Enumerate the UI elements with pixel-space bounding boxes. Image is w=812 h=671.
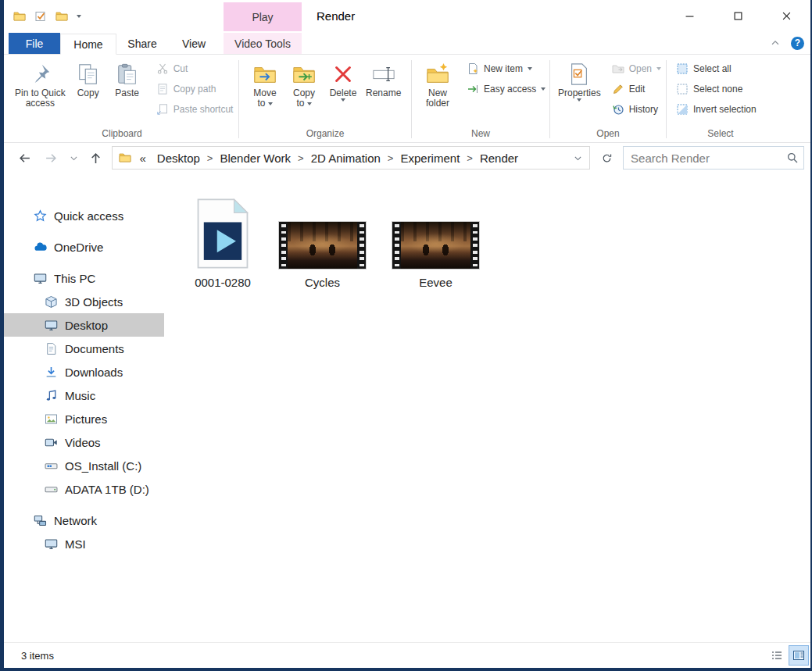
clipboard-buttons: Pin to Quick access Copy Paste Cut bbox=[5, 56, 238, 127]
edit-label: Edit bbox=[629, 84, 646, 95]
search-input[interactable] bbox=[631, 152, 786, 165]
recent-locations-button[interactable] bbox=[67, 148, 80, 168]
history-label: History bbox=[629, 104, 658, 115]
sidebar-item-msi[interactable]: MSI bbox=[4, 532, 164, 555]
sidebar-item-documents[interactable]: Documents bbox=[4, 337, 164, 360]
tab-strip-extras: ? bbox=[770, 32, 804, 54]
details-view-button[interactable] bbox=[767, 645, 787, 666]
sidebar-item-os-install-c[interactable]: OS_Install (C:) bbox=[4, 454, 164, 477]
pin-to-quick-access-button[interactable]: Pin to Quick access bbox=[12, 59, 69, 110]
delete-label: Delete bbox=[330, 88, 357, 98]
delete-icon bbox=[331, 62, 355, 86]
forward-button[interactable] bbox=[41, 148, 62, 168]
sidebar-item-desktop[interactable]: Desktop bbox=[4, 313, 164, 337]
new-folder-icon bbox=[426, 62, 449, 86]
rename-label: Rename bbox=[366, 88, 401, 98]
select-small-buttons: Select all Select none Invert selection bbox=[673, 59, 760, 120]
open-button[interactable]: Open bbox=[609, 59, 664, 79]
tab-home[interactable]: Home bbox=[60, 34, 116, 55]
new-item-button[interactable]: New item bbox=[463, 59, 549, 79]
select-group-label: Select bbox=[667, 127, 774, 142]
search-box bbox=[623, 146, 804, 170]
qat-new-folder-icon[interactable] bbox=[55, 10, 68, 23]
search-icon[interactable] bbox=[786, 152, 799, 164]
select-all-button[interactable]: Select all bbox=[673, 59, 760, 79]
copy-button[interactable]: Copy bbox=[69, 59, 108, 100]
tab-share[interactable]: Share bbox=[116, 33, 168, 54]
dropdown-arrow-icon bbox=[656, 67, 661, 70]
close-button[interactable] bbox=[762, 0, 810, 32]
paste-shortcut-button[interactable]: Paste shortcut bbox=[153, 99, 237, 120]
sidebar-item-quick-access[interactable]: Quick access bbox=[4, 204, 164, 227]
rename-button[interactable]: Rename bbox=[363, 59, 404, 100]
breadcrumb-bar[interactable]: « Desktop > Blender Work > 2D Animation … bbox=[112, 146, 590, 170]
sidebar-item-label: Downloads bbox=[65, 366, 123, 379]
sidebar-item-music[interactable]: Music bbox=[4, 384, 164, 407]
breadcrumb-item-blender-work[interactable]: Blender Work bbox=[213, 147, 297, 169]
invert-selection-button[interactable]: Invert selection bbox=[673, 99, 760, 120]
delete-button[interactable]: Delete bbox=[324, 59, 363, 103]
video-file-icon bbox=[192, 198, 253, 269]
sidebar-item-label: Network bbox=[54, 514, 97, 527]
minimize-button[interactable] bbox=[665, 0, 714, 32]
move-to-button[interactable]: Move to bbox=[245, 59, 284, 110]
back-button[interactable] bbox=[15, 148, 35, 168]
file-list-area[interactable]: 0001-0280 Cycles Eevee bbox=[164, 173, 810, 642]
sidebar-item-network[interactable]: Network bbox=[4, 509, 164, 532]
select-none-icon bbox=[676, 83, 689, 95]
tab-video-tools[interactable]: Video Tools bbox=[224, 33, 302, 54]
history-button[interactable]: History bbox=[609, 99, 664, 120]
edit-button[interactable]: Edit bbox=[609, 79, 664, 99]
refresh-button[interactable] bbox=[596, 148, 617, 168]
select-none-label: Select none bbox=[693, 84, 742, 95]
new-folder-button[interactable]: New folder bbox=[418, 59, 457, 110]
file-item-0001-0280[interactable]: 0001-0280 bbox=[192, 198, 253, 289]
file-item-cycles[interactable]: Cycles bbox=[278, 221, 367, 289]
properties-button[interactable]: Properties bbox=[556, 59, 603, 103]
qat-customize-dropdown-icon[interactable] bbox=[77, 15, 81, 18]
main-area: Quick access OneDrive This PC 3D Objects… bbox=[4, 173, 810, 642]
ribbon-group-select: Select all Select none Invert selection … bbox=[667, 56, 774, 142]
sidebar-item-label: OS_Install (C:) bbox=[65, 459, 141, 473]
paste-button[interactable]: Paste bbox=[108, 59, 147, 100]
thumbnails-view-button[interactable] bbox=[789, 645, 809, 666]
sidebar-item-downloads[interactable]: Downloads bbox=[4, 360, 164, 384]
clipboard-group-label: Clipboard bbox=[5, 127, 238, 142]
breadcrumb-item-desktop[interactable]: Desktop bbox=[151, 147, 206, 169]
help-button[interactable]: ? bbox=[791, 37, 804, 50]
video-frame-preview bbox=[401, 222, 470, 269]
rename-icon bbox=[372, 62, 395, 86]
select-none-button[interactable]: Select none bbox=[673, 79, 760, 99]
tab-view[interactable]: View bbox=[168, 33, 220, 54]
cut-button[interactable]: Cut bbox=[153, 59, 237, 79]
file-item-eevee[interactable]: Eevee bbox=[392, 221, 480, 289]
breadcrumb-item-2d-animation[interactable]: 2D Animation bbox=[305, 147, 387, 169]
properties-icon bbox=[567, 62, 591, 86]
file-name: 0001-0280 bbox=[195, 276, 251, 289]
invert-selection-label: Invert selection bbox=[693, 104, 757, 115]
sidebar-item-pictures[interactable]: Pictures bbox=[4, 407, 164, 430]
qat-properties-icon[interactable] bbox=[34, 10, 47, 23]
easy-access-button[interactable]: Easy access bbox=[463, 79, 549, 99]
sidebar-item-label: Documents bbox=[65, 342, 124, 355]
breadcrumb-item-render[interactable]: Render bbox=[474, 147, 524, 169]
maximize-button[interactable] bbox=[714, 0, 762, 32]
file-explorer-window: Play Render File Home Share View Video T… bbox=[0, 0, 812, 671]
sidebar-item-videos[interactable]: Videos bbox=[4, 430, 164, 454]
tab-file[interactable]: File bbox=[9, 33, 60, 54]
cube-icon bbox=[45, 295, 58, 309]
breadcrumb-overflow[interactable]: « bbox=[134, 152, 150, 165]
filmstrip-right bbox=[470, 222, 479, 269]
properties-label: Properties bbox=[558, 88, 601, 98]
copy-path-button[interactable]: Copy path bbox=[153, 79, 237, 99]
sidebar-item-adata-1tb-d[interactable]: ADATA 1TB (D:) bbox=[4, 477, 164, 501]
sidebar-item-3d-objects[interactable]: 3D Objects bbox=[4, 290, 164, 313]
up-button[interactable] bbox=[86, 148, 106, 168]
address-dropdown-button[interactable] bbox=[569, 148, 586, 168]
collapse-ribbon-icon[interactable] bbox=[770, 37, 781, 48]
copy-to-button[interactable]: Copy to bbox=[284, 59, 324, 110]
breadcrumb-item-experiment[interactable]: Experiment bbox=[394, 147, 466, 169]
maximize-icon bbox=[734, 12, 742, 20]
sidebar-item-this-pc[interactable]: This PC bbox=[4, 266, 164, 290]
sidebar-item-onedrive[interactable]: OneDrive bbox=[4, 235, 164, 259]
